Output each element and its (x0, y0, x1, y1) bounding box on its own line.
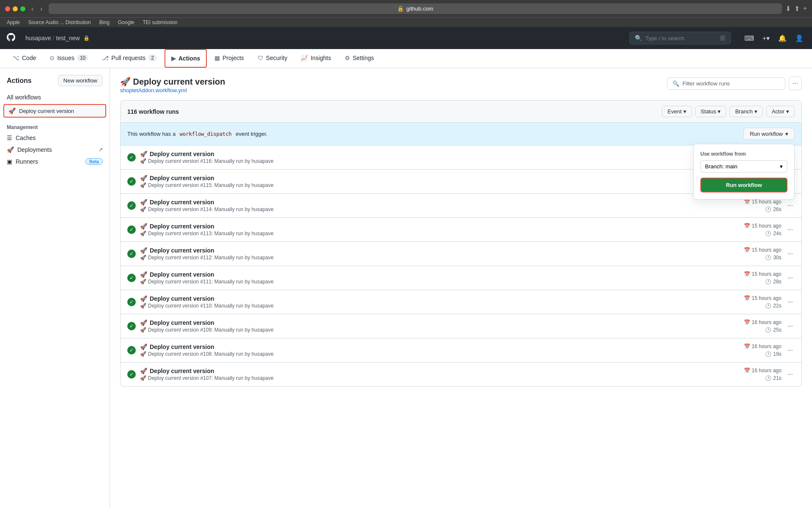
run-workflow-dropdown: Use workflow from Branch: main ▾ Run wor… (693, 144, 795, 200)
browser-forward-btn[interactable]: › (38, 4, 45, 14)
actor-filter-btn[interactable]: Actor ▾ (766, 106, 795, 117)
avatar-btn[interactable]: 👤 (793, 33, 805, 44)
run-more-btn-108[interactable]: ··· (786, 345, 795, 356)
browser-url-bar[interactable]: 🔒 github.com (49, 3, 782, 14)
run-time-114: 📅 15 hours ago (744, 199, 782, 205)
branch-filter-label: Branch (735, 108, 752, 115)
tab-projects[interactable]: ▦ Projects (208, 49, 250, 67)
run-meta-111: 📅 15 hours ago 🕐 28s (744, 271, 782, 285)
run-more-btn-107[interactable]: ··· (786, 369, 795, 380)
run-status-icon-111: ✓ (127, 274, 136, 282)
run-subtitle-111: 🚀 Deploy current version #111: Manually … (140, 279, 740, 285)
run-time-110: 📅 15 hours ago (744, 295, 782, 301)
run-item-111[interactable]: ✓ 🚀 Deploy current version 🚀 Deploy curr… (121, 266, 801, 290)
sidebar-deployments[interactable]: 🚀 Deployments ↗ (0, 144, 110, 156)
main-layout: Actions New workflow All workflows 🚀 Dep… (0, 68, 812, 508)
tab-issues-label: Issues (57, 55, 74, 61)
run-more-btn-110[interactable]: ··· (786, 297, 795, 308)
tab-actions[interactable]: ▶ Actions (165, 49, 207, 68)
run-workflow-button[interactable]: Run workflow ▾ (743, 128, 795, 140)
new-tab-icon[interactable]: + (803, 5, 807, 13)
workflow-emoji-icon: 🚀 (8, 107, 16, 114)
header-search[interactable]: 🔍 Type / to search / (629, 32, 731, 44)
run-more-btn-109[interactable]: ··· (786, 321, 795, 332)
bookmark-bing[interactable]: Bing (99, 19, 110, 25)
dispatch-message: This workflow has a workflow_dispatch ev… (127, 131, 267, 137)
run-subtitle-emoji-113: 🚀 (140, 231, 146, 236)
event-filter-btn[interactable]: Event ▾ (662, 106, 691, 117)
caches-label: Caches (16, 135, 36, 141)
runners-label: Runners (16, 158, 38, 165)
tab-insights-label: Insights (310, 55, 331, 61)
bookmark-tei[interactable]: TEI submission (143, 19, 178, 25)
run-meta-114: 📅 15 hours ago 🕐 26s (744, 199, 782, 212)
workflow-header: 🚀 Deploy current version shoptetAddon.wo… (120, 77, 802, 93)
bookmark-apple[interactable]: Apple (7, 19, 20, 25)
sidebar-workflow-item-deploy[interactable]: 🚀 Deploy current version (3, 104, 106, 118)
run-more-btn-111[interactable]: ··· (786, 272, 795, 283)
run-more-btn-112[interactable]: ··· (786, 248, 795, 259)
terminal-btn[interactable]: ⌨ (743, 33, 756, 44)
search-kbd-hint: / (720, 35, 725, 41)
branch-filter-chevron: ▾ (754, 108, 757, 115)
tab-pullrequests[interactable]: ⎇ Pull requests 2 (96, 49, 163, 67)
run-duration-111: 🕐 28s (765, 279, 781, 285)
bookmark-source-audio[interactable]: Source Audio ... Distribution (28, 19, 91, 25)
workflow-title: 🚀 Deploy current version (120, 77, 225, 87)
run-meta-109: 📅 16 hours ago 🕐 25s (744, 319, 782, 333)
branch-filter-btn[interactable]: Branch ▾ (730, 106, 763, 117)
run-subtitle-114: 🚀 Deploy current version #114: Manually … (140, 206, 740, 212)
run-more-btn-113[interactable]: ··· (786, 224, 795, 235)
tab-settings[interactable]: ⚙ Settings (339, 49, 380, 67)
run-duration-110: 🕐 22s (765, 303, 781, 309)
deployments-icon: 🚀 (7, 146, 14, 153)
run-status-icon-114: ✓ (127, 201, 136, 210)
run-item-109[interactable]: ✓ 🚀 Deploy current version 🚀 Deploy curr… (121, 314, 801, 338)
workflow-file-link[interactable]: shoptetAddon.workflow.yml (120, 87, 187, 93)
sidebar-caches[interactable]: ☰ Caches (0, 132, 110, 144)
browser-nav[interactable]: ‹ › (29, 4, 45, 14)
tab-issues[interactable]: ⊙ Issues 10 (44, 49, 94, 67)
repo-name-link[interactable]: test_new (56, 35, 80, 41)
filter-more-button[interactable]: ··· (789, 77, 802, 90)
run-workflow-submit-btn[interactable]: Run workflow (700, 178, 787, 192)
dispatch-suffix: event trigger. (236, 131, 267, 137)
run-workflow-chevron-icon: ▾ (785, 131, 788, 137)
run-item-113[interactable]: ✓ 🚀 Deploy current version 🚀 Deploy curr… (121, 218, 801, 242)
run-time-111: 📅 15 hours ago (744, 271, 782, 277)
download-icon[interactable]: ⬇ (785, 5, 791, 13)
run-more-btn-114[interactable]: ··· (786, 200, 795, 211)
bookmark-google[interactable]: Google (118, 19, 134, 25)
run-item-107[interactable]: ✓ 🚀 Deploy current version 🚀 Deploy curr… (121, 362, 801, 386)
tab-insights[interactable]: 📈 Insights (295, 49, 337, 67)
tab-security[interactable]: 🛡 Security (252, 49, 294, 67)
run-item-108[interactable]: ✓ 🚀 Deploy current version 🚀 Deploy curr… (121, 338, 801, 362)
run-workflow-btn-label: Run workflow (750, 131, 783, 137)
deployments-external-icon: ↗ (99, 147, 103, 153)
sidebar-runners[interactable]: ▣ Runners Beta (0, 156, 110, 168)
lock-icon: 🔒 (83, 35, 90, 41)
share-icon[interactable]: ⬆ (794, 5, 800, 13)
browser-back-btn[interactable]: ‹ (29, 4, 36, 14)
all-workflows-link[interactable]: All workflows (0, 91, 110, 103)
run-info-110: 🚀 Deploy current version 🚀 Deploy curren… (140, 295, 740, 309)
run-item-110[interactable]: ✓ 🚀 Deploy current version 🚀 Deploy curr… (121, 290, 801, 314)
run-duration-113: 🕐 24s (765, 231, 781, 236)
run-item-112[interactable]: ✓ 🚀 Deploy current version 🚀 Deploy curr… (121, 242, 801, 266)
run-status-icon-108: ✓ (127, 346, 136, 354)
sidebar-workflow-label: Deploy current version (19, 108, 74, 114)
repo-owner-link[interactable]: husapave (25, 35, 51, 41)
plus-btn[interactable]: +▾ (761, 33, 771, 44)
calendar-icon-112: 📅 (744, 247, 750, 253)
run-title-115: 🚀 Deploy current version (140, 175, 777, 181)
run-time-107: 📅 16 hours ago (744, 368, 782, 373)
branch-select[interactable]: Branch: main ▾ (700, 160, 787, 173)
filter-input[interactable]: 🔍 Filter workflow runs (667, 77, 785, 90)
new-workflow-button[interactable]: New workflow (58, 75, 103, 86)
notification-btn[interactable]: 🔔 (776, 33, 788, 44)
status-filter-btn[interactable]: Status ▾ (695, 106, 727, 117)
run-title-113: 🚀 Deploy current version (140, 223, 740, 230)
run-subtitle-116: 🚀 Deploy current version #116: Manually … (140, 158, 777, 164)
run-title-114: 🚀 Deploy current version (140, 199, 740, 206)
tab-code[interactable]: ⌥ Code (7, 49, 42, 67)
